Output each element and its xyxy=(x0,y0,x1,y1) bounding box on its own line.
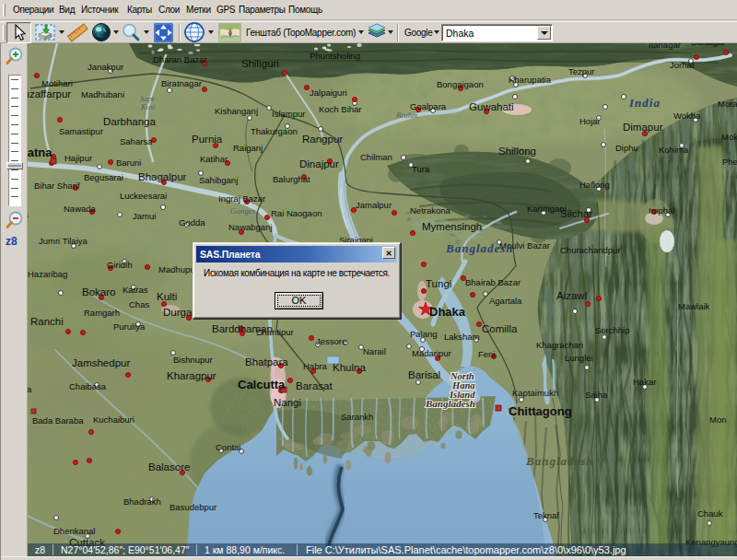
svg-text:Guwahati: Guwahati xyxy=(469,101,514,112)
svg-text:Basudebpur: Basudebpur xyxy=(170,502,216,512)
svg-text:Balurghat: Balurghat xyxy=(273,174,310,184)
svg-text:Wokha: Wokha xyxy=(673,111,701,121)
svg-text:Hajipur: Hajipur xyxy=(64,153,92,163)
svg-text:Kohima: Kohima xyxy=(659,145,689,155)
svg-text:Silchar: Silchar xyxy=(560,208,592,219)
svg-text:Bada Baraba: Bada Baraba xyxy=(32,415,84,426)
svg-text:Kharupatia: Kharupatia xyxy=(509,75,552,85)
svg-text:Biratnagar: Biratnagar xyxy=(161,78,202,88)
svg-text:Shiliguri: Shiliguri xyxy=(241,58,279,69)
svg-text:Hakar: Hakar xyxy=(633,377,656,387)
svg-text:Bega: Bega xyxy=(28,384,32,394)
svg-text:Dhenkanal: Dhenkanal xyxy=(53,526,95,536)
svg-text:Barisal: Barisal xyxy=(408,369,440,380)
svg-text:Tezpur: Tezpur xyxy=(568,66,595,76)
svg-text:Motihari: Motihari xyxy=(41,78,73,88)
svg-text:Kuchaiburi: Kuchaiburi xyxy=(93,414,135,425)
svg-text:Bihar Sharif: Bihar Sharif xyxy=(34,181,80,191)
svg-text:Jamalpur: Jamalpur xyxy=(356,200,392,210)
svg-text:Tungi: Tungi xyxy=(426,278,451,289)
svg-text:Moran: Moran xyxy=(718,99,737,109)
svg-text:Bhadrakh: Bhadrakh xyxy=(123,496,161,507)
svg-text:Baruni: Baruni xyxy=(116,158,141,168)
svg-text:Samastipur: Samastipur xyxy=(59,126,103,136)
svg-text:Jessore: Jessore xyxy=(316,336,346,346)
svg-text:Bangladesh: Bangladesh xyxy=(425,398,475,409)
svg-text:Jalpaiguri: Jalpaiguri xyxy=(310,88,347,98)
svg-text:Dimapur: Dimapur xyxy=(623,122,663,133)
svg-text:Madaripur: Madaripur xyxy=(412,348,451,358)
svg-text:Khulna: Khulna xyxy=(333,362,366,373)
svg-text:Raiganj: Raiganj xyxy=(233,143,263,153)
svg-text:Nawabganj: Nawabganj xyxy=(228,222,273,232)
svg-text:Hazaribag: Hazaribag xyxy=(28,269,67,279)
svg-text:Kaptaimukh: Kaptaimukh xyxy=(512,388,558,398)
svg-text:Dharan Bazar: Dharan Bazar xyxy=(153,54,207,64)
svg-text:Sahibganj: Sahibganj xyxy=(199,175,238,185)
svg-text:Katihar: Katihar xyxy=(200,154,228,164)
svg-text:Dinajpur: Dinajpur xyxy=(299,158,339,169)
svg-text:Rangpur: Rangpur xyxy=(302,134,343,145)
svg-text:Feni: Feni xyxy=(478,349,495,359)
svg-text:Shantipur: Shantipur xyxy=(256,327,294,337)
svg-text:India: India xyxy=(628,96,661,110)
svg-text:Godda: Godda xyxy=(179,217,205,228)
svg-text:Haflong: Haflong xyxy=(579,180,610,190)
svg-text:Netrakona: Netrakona xyxy=(410,205,451,216)
svg-text:Luckeesarai: Luckeesarai xyxy=(120,191,167,201)
svg-text:Kulti: Kulti xyxy=(157,291,177,302)
svg-text:Diphu: Diphu xyxy=(615,143,638,153)
svg-text:Contai: Contai xyxy=(216,442,240,452)
svg-text:Bangladesh: Bangladesh xyxy=(445,241,514,255)
svg-text:Mon: Mon xyxy=(709,414,726,425)
svg-text:Itanagar: Itanagar xyxy=(649,43,681,50)
svg-text:Darbhanga: Darbhanga xyxy=(103,116,157,127)
svg-text:Hojai: Hojai xyxy=(579,116,600,126)
svg-text:Tura: Tura xyxy=(412,164,430,174)
svg-text:Ramgarh: Ramgarh xyxy=(84,308,120,318)
svg-text:Kosi: Kosi xyxy=(140,102,156,111)
svg-text:Thakurgaon: Thakurgaon xyxy=(251,126,298,136)
svg-text:Muzaffarpur: Muzaffarpur xyxy=(28,88,71,99)
svg-text:Comilla: Comilla xyxy=(482,323,518,334)
svg-text:Rai Naogaon: Rai Naogaon xyxy=(271,208,322,218)
svg-text:Sibsagar: Sibsagar xyxy=(691,43,726,47)
svg-text:Phuntsholing: Phuntsholing xyxy=(310,51,360,61)
svg-text:Imphal: Imphal xyxy=(649,205,675,216)
svg-text:Jamshedpur: Jamshedpur xyxy=(72,357,130,368)
svg-text:Kharagpur: Kharagpur xyxy=(167,370,216,381)
svg-text:Bongaigaon: Bongaigaon xyxy=(437,79,484,89)
svg-text:Bangladesh: Bangladesh xyxy=(525,454,594,468)
svg-text:Ranchi: Ranchi xyxy=(30,316,64,327)
svg-text:Saharsa: Saharsa xyxy=(120,136,153,146)
svg-text:Nangi: Nangi xyxy=(274,397,301,408)
svg-text:Laksham: Laksham xyxy=(444,332,480,342)
svg-text:Ganges: Ganges xyxy=(230,206,256,216)
svg-text:Teknaf: Teknaf xyxy=(533,510,559,520)
svg-text:Janakpur: Janakpur xyxy=(88,62,123,72)
svg-text:Mymensingh: Mymensingh xyxy=(422,221,482,232)
svg-text:Khagrachari: Khagrachari xyxy=(536,340,583,350)
svg-text:Shillong: Shillong xyxy=(498,146,536,157)
svg-text:Dhaka: Dhaka xyxy=(429,305,466,319)
svg-text:Вrahm.: Вrahm. xyxy=(396,111,419,120)
svg-text:Chauk: Chauk xyxy=(697,508,723,519)
svg-text:Serchhip: Serchhip xyxy=(595,325,630,335)
svg-text:Chittagong: Chittagong xyxy=(509,404,572,418)
svg-text:Habra: Habra xyxy=(303,361,328,371)
svg-text:Giridih: Giridih xyxy=(107,260,132,270)
svg-text:Chas: Chas xyxy=(129,299,149,309)
svg-text:Puruliya: Puruliya xyxy=(113,321,146,332)
svg-text:Aizawl: Aizawl xyxy=(556,290,587,301)
svg-text:Ingraj Bazar: Ingraj Bazar xyxy=(218,193,265,204)
svg-text:Jorhat: Jorhat xyxy=(670,60,695,70)
svg-text:Katras: Katras xyxy=(123,285,148,295)
svg-text:Bhairab Bazar: Bhairab Bazar xyxy=(465,277,521,287)
svg-text:Agartala: Agartala xyxy=(489,296,522,306)
svg-text:Narail: Narail xyxy=(363,346,386,356)
svg-text:Mawlaik: Mawlaik xyxy=(678,301,710,311)
svg-text:Churachandpur: Churachandpur xyxy=(560,245,621,255)
svg-text:Purnia: Purnia xyxy=(192,134,223,145)
svg-text:Lunglei: Lunglei xyxy=(565,353,593,363)
svg-text:Bishnupur: Bishnupur xyxy=(173,355,213,365)
